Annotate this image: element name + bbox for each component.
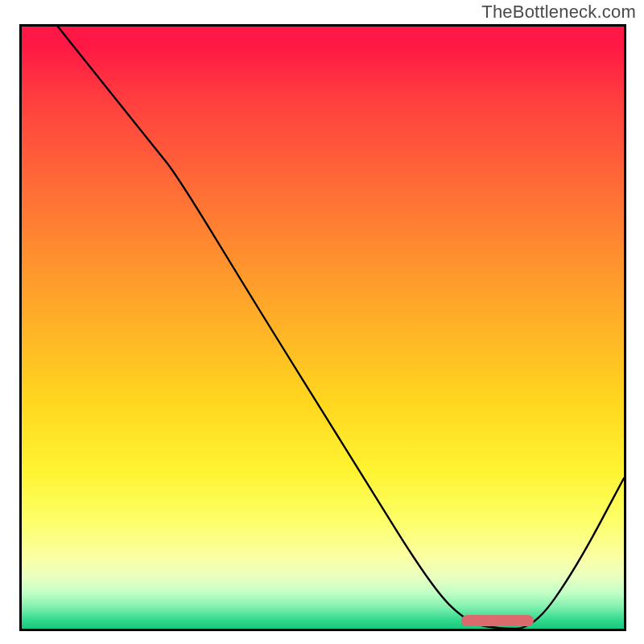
watermark-text: TheBottleneck.com [481,2,636,23]
optimum-marker [461,615,534,626]
curve-line [22,27,624,629]
plot-frame [19,24,626,631]
chart-container: TheBottleneck.com [0,0,644,644]
